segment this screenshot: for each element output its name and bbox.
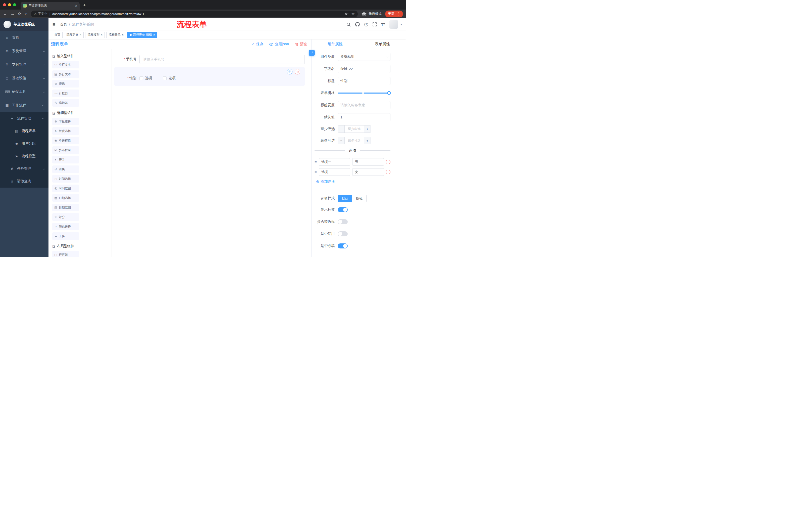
password-key-icon[interactable]	[345, 12, 349, 16]
palette-item-date-picker[interactable]: ▦日期选择	[52, 194, 79, 202]
gender-field-selected[interactable]: *性别 选项一 选项二	[114, 67, 305, 86]
decrease-button[interactable]: −	[338, 126, 345, 133]
palette-item-radio-group[interactable]: ◉单选框组	[52, 137, 79, 144]
palette-item-checkbox-group[interactable]: ☑多选框组	[52, 146, 79, 154]
security-status[interactable]: ⚠ 不安全	[34, 12, 48, 16]
help-icon[interactable]: ?	[364, 23, 368, 26]
sidebar-item-task-mgmt[interactable]: ⋔ 任务管理	[0, 162, 49, 175]
title-input[interactable]	[338, 77, 390, 85]
palette-item-counter[interactable]: 123计数器	[52, 89, 79, 97]
option1-value-input[interactable]	[352, 158, 384, 166]
tag-process-definition[interactable]: 流程定义 ×	[64, 32, 84, 38]
maximize-window-button[interactable]	[13, 3, 16, 6]
gender-option1-checkbox[interactable]: 选项一	[140, 76, 155, 80]
sidebar-item-process-mgmt[interactable]: ≡ 流程管理	[0, 112, 49, 125]
close-icon[interactable]: ×	[101, 33, 103, 36]
max-select-input[interactable]	[345, 137, 364, 144]
bookmark-star-icon[interactable]: ☆	[351, 11, 355, 16]
link-bubble-button[interactable]	[309, 50, 315, 56]
tab-close-icon[interactable]: ×	[75, 4, 77, 8]
new-tab-button[interactable]: +	[83, 3, 86, 8]
browser-update-button[interactable]: 更新 ⋮	[385, 10, 403, 17]
style-default-button[interactable]: 默认	[338, 195, 352, 202]
clear-button[interactable]: 清空	[295, 42, 307, 47]
palette-item-color-picker[interactable]: ◑颜色选择	[52, 223, 79, 231]
default-value-input[interactable]	[338, 113, 390, 121]
close-window-button[interactable]	[3, 3, 6, 6]
back-icon[interactable]: ←	[3, 12, 7, 16]
border-toggle[interactable]	[338, 219, 348, 224]
sidebar-item-user-group[interactable]: ☻ 用户分组	[0, 137, 49, 150]
add-option-button[interactable]: ⊕ 添加选项	[316, 179, 390, 184]
palette-item-date-range[interactable]: ▧日期范围	[52, 204, 79, 211]
home-icon[interactable]: ⌂	[25, 12, 27, 16]
grid-slider[interactable]	[338, 89, 390, 97]
sidebar-item-system[interactable]: ⚙ 系统管理	[0, 44, 49, 58]
fullscreen-icon[interactable]	[373, 22, 377, 26]
close-icon[interactable]: ×	[122, 33, 124, 36]
save-button[interactable]: ✓ 保存	[252, 42, 263, 47]
palette-item-multi-text[interactable]: ▤多行文本	[52, 71, 79, 78]
palette-item-upload[interactable]: ☁上传	[52, 232, 79, 240]
required-toggle[interactable]	[338, 243, 348, 248]
font-size-icon[interactable]: TT	[381, 22, 385, 27]
browser-tab[interactable]: 芋道管理系统 ×	[21, 2, 80, 9]
phone-field[interactable]: *手机号	[114, 55, 305, 64]
slider-handle[interactable]	[387, 91, 391, 95]
form-canvas[interactable]: *手机号	[112, 49, 311, 257]
palette-item-single-text[interactable]: ▭单行文本	[52, 61, 79, 69]
field-name-input[interactable]	[338, 65, 390, 73]
option2-value-input[interactable]	[352, 168, 384, 176]
hamburger-icon[interactable]: ≡	[53, 22, 56, 27]
avatar-caret-icon[interactable]: ▾	[401, 23, 402, 26]
tag-process-model[interactable]: 流程模型 ×	[85, 32, 105, 38]
delete-field-button[interactable]	[295, 69, 300, 75]
sidebar-item-process-model[interactable]: ➤ 流程模型	[0, 150, 49, 162]
tab-component-props[interactable]: 组件属性	[312, 39, 359, 49]
option1-label-input[interactable]	[319, 158, 350, 166]
show-label-toggle[interactable]	[338, 207, 348, 212]
palette-item-time-picker[interactable]: ◷时间选择	[52, 175, 79, 183]
palette-item-cascader[interactable]: ⋔级联选择	[52, 127, 79, 135]
min-select-input[interactable]	[345, 126, 364, 133]
component-type-select[interactable]	[338, 53, 390, 61]
palette-item-editor[interactable]: ✎编辑器	[52, 99, 79, 107]
sidebar-item-infrastructure[interactable]: ⊡ 基础设施	[0, 72, 49, 85]
style-button-button[interactable]: 按钮	[352, 195, 367, 202]
sidebar-item-workflow[interactable]: ▦ 工作流程	[0, 99, 49, 112]
copy-field-button[interactable]	[287, 69, 292, 75]
palette-item-select[interactable]: ⊖下拉选择	[52, 118, 79, 125]
sidebar-logo[interactable]: 芋道管理系统	[0, 18, 49, 31]
sidebar-item-leave-query[interactable]: ☺ 请假查询	[0, 175, 49, 188]
tab-form-props[interactable]: 表单属性	[359, 39, 406, 49]
increase-button[interactable]: +	[364, 126, 371, 133]
close-icon[interactable]: ×	[80, 33, 81, 36]
sidebar-item-process-form[interactable]: ▤ 流程表单	[0, 125, 49, 137]
decrease-button[interactable]: −	[338, 137, 345, 144]
breadcrumb-home[interactable]: 首页	[60, 22, 67, 27]
disabled-toggle[interactable]	[338, 231, 348, 236]
browser-menu-icon[interactable]: ⋮	[397, 11, 400, 16]
remove-option-button[interactable]: −	[386, 170, 390, 174]
label-width-input[interactable]	[338, 101, 390, 109]
increase-button[interactable]: +	[364, 137, 371, 144]
drag-handle-icon[interactable]: ≡	[315, 170, 317, 174]
palette-item-switch[interactable]: ◐开关	[52, 156, 79, 163]
minimize-window-button[interactable]	[8, 3, 11, 6]
tag-home[interactable]: 首页	[52, 32, 63, 38]
tag-process-form[interactable]: 流程表单 ×	[106, 32, 126, 38]
tag-process-form-edit[interactable]: 流程表单-编辑 ×	[127, 32, 157, 38]
sidebar-item-payment[interactable]: ¥ 支付管理	[0, 58, 49, 72]
option2-label-input[interactable]	[319, 168, 350, 176]
remove-option-button[interactable]: −	[386, 160, 390, 164]
gender-option2-checkbox[interactable]: 选项二	[163, 76, 179, 80]
search-icon[interactable]	[346, 22, 351, 27]
palette-item-rate[interactable]: ☆评分	[52, 213, 79, 221]
palette-item-slider[interactable]: ⇄滑块	[52, 165, 79, 173]
github-icon[interactable]	[355, 22, 360, 27]
avatar[interactable]	[389, 20, 398, 29]
palette-item-row-container[interactable]: ▢行容器	[52, 251, 79, 257]
forward-icon[interactable]: →	[10, 12, 14, 16]
phone-input[interactable]	[140, 55, 305, 64]
palette-item-password[interactable]: ⊛密码	[52, 80, 79, 87]
